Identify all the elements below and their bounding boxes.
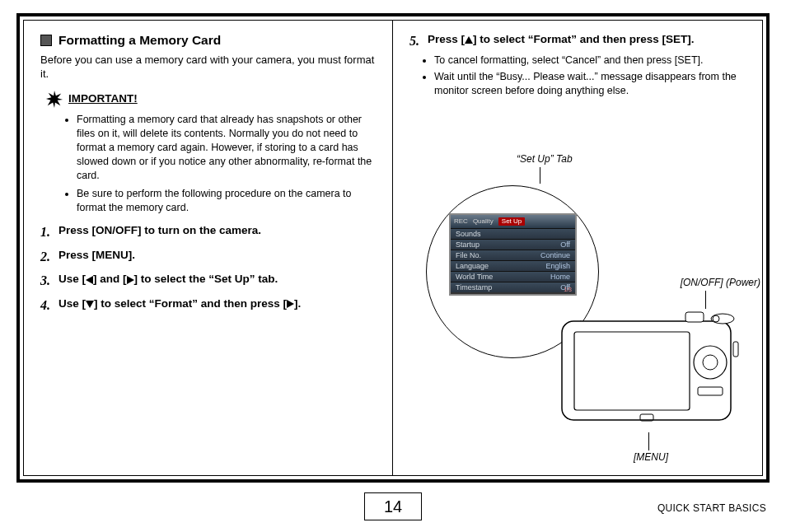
step-1: 1. Press [ON/OFF] to turn on the camera. <box>40 223 377 241</box>
screen-row: LanguageEnglish <box>451 260 575 271</box>
row-key: Sounds <box>456 229 481 239</box>
important-bullet: Be sure to perform the following procedu… <box>77 187 377 215</box>
important-box: IMPORTANT! Formatting a memory card that… <box>45 90 377 215</box>
row-val: Off <box>560 240 570 250</box>
important-bullet: Formatting a memory card that already ha… <box>77 113 377 182</box>
screen-row: World TimeHome <box>451 271 575 282</box>
step5-part-b: ] to select “Format” and then press [SET… <box>473 33 695 45</box>
step3-part-c: ] to select the “Set Up” tab. <box>134 273 278 285</box>
step-4: 4. Use [] to select “Format” and then pr… <box>40 296 377 315</box>
sub-bullet: Wait until the “Busy... Please wait...” … <box>434 70 747 98</box>
menu-callout-line <box>648 432 649 450</box>
row-val: English <box>545 261 570 271</box>
screen-tab-setup: Set Up <box>498 217 525 226</box>
menu-callout-label: [MENU] <box>634 450 668 464</box>
triangle-up-icon <box>465 36 473 44</box>
screen-tab-bar: REC Quality Set Up <box>451 215 575 228</box>
triangle-down-icon <box>86 301 94 308</box>
right-column: 5. Press [] to select “Format” and then … <box>393 21 762 475</box>
left-column: Formatting a Memory Card Before you can … <box>24 21 393 475</box>
setup-callout-line <box>540 167 540 184</box>
screen-tab-rec: REC <box>454 217 468 226</box>
row-val: Continue <box>540 250 570 260</box>
row-key: Timestamp <box>456 282 492 292</box>
step3-part-b: ] and [ <box>93 273 127 285</box>
sub-bullet: To cancel formatting, select “Cancel” an… <box>434 54 747 68</box>
screen-tab-quality: Quality <box>473 217 494 226</box>
step5-sub-bullets: To cancel formatting, select “Cancel” an… <box>434 54 747 99</box>
step4-part-c: ]. <box>294 297 301 310</box>
step-body: Use [] and [] to select the “Set Up” tab… <box>58 272 377 290</box>
camera-screen-thumbnail: REC Quality Set Up Sounds StartupOff Fil… <box>449 213 577 296</box>
section-title: Formatting a Memory Card <box>58 32 221 49</box>
step-body: Press [ON/OFF] to turn on the camera. <box>58 223 377 241</box>
burst-icon <box>45 90 63 108</box>
svg-rect-6 <box>685 312 704 322</box>
step-number: 5. <box>409 32 428 50</box>
onoff-callout-label: [ON/OFF] (Power) <box>681 276 760 289</box>
triangle-right-icon <box>287 300 294 308</box>
inner-frame: Formatting a Memory Card Before you can … <box>23 20 763 476</box>
important-label-row: IMPORTANT! <box>45 90 377 108</box>
step-number: 1. <box>40 223 58 241</box>
camera-line-drawing <box>558 309 743 428</box>
footer-section-label: QUICK START BASICS <box>657 502 766 514</box>
step-body: Press [] to select “Format” and then pre… <box>428 32 747 50</box>
step-2: 2. Press [MENU]. <box>40 248 377 266</box>
step-body: Use [] to select “Format” and then press… <box>58 296 377 315</box>
step-body: Press [MENU]. <box>58 248 377 266</box>
page-footer: 14 QUICK START BASICS <box>16 492 770 525</box>
important-heading: IMPORTANT! <box>68 91 138 106</box>
row-key: Startup <box>456 240 480 250</box>
screen-page-indicator: 1/3 <box>564 286 572 293</box>
screen-row: TimestampOff <box>451 282 575 292</box>
onoff-callout-line <box>705 291 706 309</box>
outer-frame: Formatting a Memory Card Before you can … <box>16 13 770 483</box>
figure-area: “Set Up” Tab REC Quality Set Up Sounds <box>393 152 762 464</box>
svg-rect-2 <box>574 332 690 410</box>
step-number: 4. <box>40 296 58 315</box>
svg-rect-10 <box>733 342 738 357</box>
important-bullets: Formatting a memory card that already ha… <box>77 113 377 215</box>
setup-tab-callout-label: “Set Up” Tab <box>517 152 573 166</box>
row-key: World Time <box>456 272 493 282</box>
step4-part-a: Use [ <box>58 297 86 310</box>
row-key: Language <box>456 261 489 271</box>
screen-row: StartupOff <box>451 239 575 250</box>
page-number: 14 <box>364 492 422 520</box>
step-number: 3. <box>40 272 58 290</box>
row-val: Home <box>550 272 570 282</box>
row-key: File No. <box>456 250 481 260</box>
screen-row: Sounds <box>451 228 575 239</box>
step-3: 3. Use [] and [] to select the “Set Up” … <box>40 272 377 290</box>
manual-page: Formatting a Memory Card Before you can … <box>0 0 786 532</box>
screen-row: File No.Continue <box>451 250 575 260</box>
intro-text: Before you can use a memory card with yo… <box>40 53 377 82</box>
triangle-right-icon <box>127 276 134 284</box>
svg-marker-0 <box>46 91 63 108</box>
step5-part-a: Press [ <box>428 33 465 45</box>
step-5: 5. Press [] to select “Format” and then … <box>409 32 747 50</box>
step4-part-b: ] to select “Format” and then press [ <box>94 297 287 310</box>
section-square-icon <box>40 35 52 46</box>
step-number: 2. <box>40 248 58 266</box>
step3-part-a: Use [ <box>58 273 86 285</box>
svg-point-8 <box>713 315 719 322</box>
triangle-left-icon <box>86 276 93 284</box>
section-heading: Formatting a Memory Card <box>40 32 377 49</box>
